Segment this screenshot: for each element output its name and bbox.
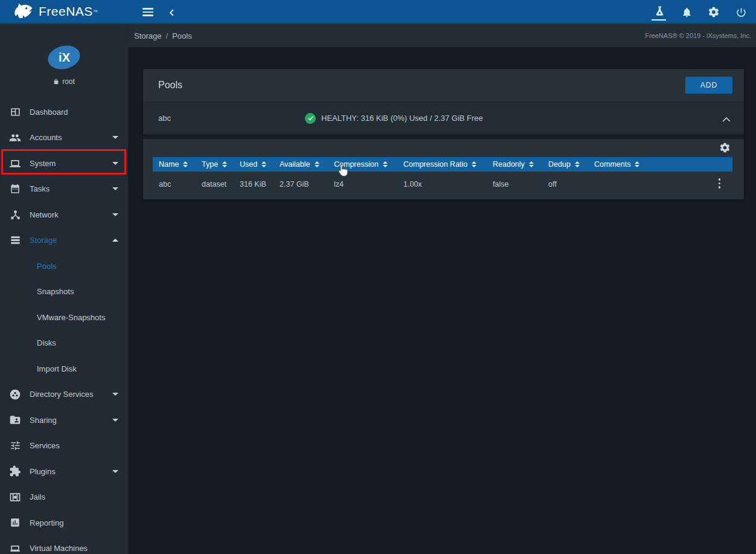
sidebar-nav: iX root Dashboard Accounts System — [0, 24, 128, 554]
cell-compression: lz4 — [328, 180, 397, 188]
column-header-compression-ratio[interactable]: Compression Ratio — [397, 160, 487, 169]
cell-available: 2.37 GiB — [274, 180, 328, 188]
reporting-chart-icon — [8, 516, 22, 529]
sidebar-item-accounts[interactable]: Accounts — [0, 125, 128, 151]
collapse-nav-icon[interactable] — [165, 6, 179, 19]
sort-icon — [635, 161, 639, 167]
pool-expansion-row[interactable]: abc HEALTHY: 316 KiB (0%) Used / 2.37 Gi… — [143, 101, 744, 134]
health-status-text: HEALTHY: 316 KiB (0%) Used / 2.37 GiB Fr… — [321, 114, 483, 123]
table-row[interactable]: abc dataset 316 KiB 2.37 GiB lz4 1.00x f… — [153, 172, 732, 197]
breadcrumb-section[interactable]: Storage — [134, 31, 162, 40]
cell-compression-ratio: 1.00x — [397, 180, 487, 188]
column-header-comments[interactable]: Comments — [588, 160, 732, 169]
top-app-bar: FreeNAS ™ — [0, 0, 756, 24]
storage-stack-icon — [8, 234, 22, 247]
healthy-check-icon — [305, 113, 316, 124]
task-manager-icon[interactable] — [653, 5, 666, 19]
lock-icon — [53, 78, 59, 85]
add-pool-button[interactable]: ADD — [685, 77, 732, 94]
cell-readonly: false — [487, 180, 542, 188]
chevron-down-icon — [112, 187, 118, 190]
column-header-dedup[interactable]: Dedup — [542, 160, 588, 169]
sort-icon — [261, 161, 266, 167]
row-actions-kebab-icon[interactable] — [716, 178, 723, 188]
main-panel: Pools ADD abc HEALTHY: 316 KiB (0%) Used… — [128, 47, 756, 554]
power-icon[interactable] — [734, 5, 748, 19]
column-header-compression[interactable]: Compression — [328, 160, 397, 169]
sidebar-item-reporting[interactable]: Reporting — [0, 510, 128, 536]
tasks-calendar-icon — [8, 182, 22, 196]
copyright-text: FreeNAS® © 2019 - iXsystems, Inc. — [645, 32, 751, 39]
brand-logo-zone[interactable]: FreeNAS ™ — [0, 0, 128, 23]
chevron-up-icon — [112, 239, 118, 242]
table-toolbar — [153, 139, 732, 157]
page-title: Pools — [158, 80, 182, 91]
chevron-down-icon — [112, 470, 118, 473]
services-tune-icon — [8, 439, 22, 453]
column-header-used[interactable]: Used — [234, 160, 274, 169]
column-header-type[interactable]: Type — [196, 160, 234, 169]
cell-used: 316 KiB — [234, 180, 274, 188]
settings-gear-icon[interactable] — [707, 5, 720, 19]
sort-icon — [222, 161, 227, 167]
chevron-down-icon — [112, 162, 118, 165]
pools-card-header: Pools ADD — [143, 69, 744, 101]
column-header-available[interactable]: Available — [274, 160, 328, 169]
breadcrumb: Storage / Pools FreeNAS® © 2019 - iXsyst… — [128, 24, 756, 47]
ix-systems-logo: iX — [45, 42, 83, 72]
column-header-readonly[interactable]: Readonly — [487, 160, 542, 169]
sort-icon — [315, 161, 319, 167]
network-hub-icon — [8, 208, 22, 221]
sidebar-item-storage[interactable]: Storage — [0, 228, 128, 254]
task-manager-active-underline — [652, 19, 666, 21]
sidebar-item-sharing[interactable]: Sharing — [0, 407, 128, 433]
sort-icon — [183, 161, 188, 167]
sort-icon — [529, 161, 534, 167]
sort-icon — [575, 161, 580, 167]
sidebar-item-system[interactable]: System — [0, 150, 128, 176]
topbar-actions — [653, 0, 748, 24]
sidebar-item-network[interactable]: Network — [0, 202, 128, 228]
sort-icon — [472, 161, 476, 167]
freenas-app: FreeNAS ™ iX — [0, 0, 756, 554]
pool-health-status: HEALTHY: 316 KiB (0%) Used / 2.37 GiB Fr… — [305, 113, 483, 124]
column-settings-gear-icon[interactable] — [719, 142, 731, 154]
sidebar-item-tasks[interactable]: Tasks — [0, 176, 128, 202]
brand-trademark: ™ — [93, 9, 98, 14]
logged-in-user: root — [53, 77, 75, 86]
datasets-table: Name Type Used Available Compression Com… — [143, 139, 744, 199]
vm-computer-icon — [8, 542, 22, 554]
sidebar-item-vmware-snapshots[interactable]: VMware-Snapshots — [0, 304, 128, 330]
notifications-bell-icon[interactable] — [680, 5, 693, 19]
plugins-puzzle-icon — [8, 465, 22, 478]
pool-name: abc — [158, 114, 171, 123]
sidebar-item-services[interactable]: Services — [0, 433, 128, 459]
user-profile-block: iX root — [0, 24, 128, 99]
collapse-pool-icon[interactable] — [722, 114, 731, 125]
chevron-down-icon — [112, 393, 118, 396]
sidebar-item-plugins[interactable]: Plugins — [0, 459, 128, 485]
sharing-folder-icon — [8, 413, 22, 427]
freenas-shark-icon — [13, 3, 34, 20]
cell-name: abc — [153, 180, 196, 188]
sidebar-item-snapshots[interactable]: Snapshots — [0, 279, 128, 305]
dashboard-icon — [8, 105, 22, 118]
jails-cell-icon — [8, 491, 22, 504]
sidebar-item-directory-services[interactable]: Directory Services — [0, 382, 128, 408]
system-laptop-icon — [8, 156, 22, 170]
sidebar-item-disks[interactable]: Disks — [0, 330, 128, 356]
cell-type: dataset — [196, 180, 234, 188]
breadcrumb-page[interactable]: Pools — [172, 31, 192, 40]
sidebar-item-import-disk[interactable]: Import Disk — [0, 356, 128, 382]
sidebar-item-jails[interactable]: Jails — [0, 485, 128, 511]
column-header-name[interactable]: Name — [153, 160, 196, 169]
sidebar-item-virtual-machines[interactable]: Virtual Machines — [0, 536, 128, 554]
accounts-people-icon — [8, 131, 22, 144]
chevron-down-icon — [112, 213, 118, 216]
sidebar-item-pools[interactable]: Pools — [0, 253, 128, 279]
table-header-row: Name Type Used Available Compression Com… — [153, 157, 732, 172]
sidebar-item-dashboard[interactable]: Dashboard — [0, 99, 128, 125]
pools-card: Pools ADD abc HEALTHY: 316 KiB (0%) Used… — [143, 69, 744, 199]
breadcrumb-separator: / — [166, 31, 168, 40]
menu-toggle-icon[interactable] — [143, 6, 153, 18]
